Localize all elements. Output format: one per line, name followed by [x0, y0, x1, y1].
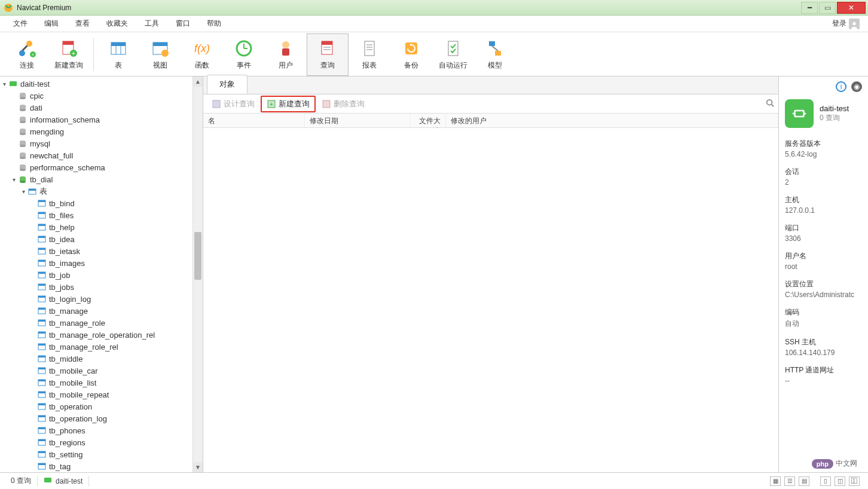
tree-table-tb_mobile_repeat[interactable]: tb_mobile_repeat — [0, 389, 192, 401]
toolbar-new-query-button[interactable]: +新建查询 — [48, 33, 90, 76]
sidebar-scrollbar[interactable]: ▲ ▼ — [192, 77, 203, 472]
toolbar-user-button[interactable]: 用户 — [265, 33, 307, 76]
svg-rect-65 — [38, 200, 45, 202]
info-会话: 会话2 — [785, 167, 862, 187]
toolbar-backup-button[interactable]: 备份 — [390, 33, 432, 76]
tree-db-mengding[interactable]: mengding — [0, 126, 192, 137]
menu-file[interactable]: 文件 — [5, 16, 36, 31]
tree-table-tb_login_log[interactable]: tb_login_log — [0, 293, 192, 305]
svg-rect-11 — [111, 42, 126, 46]
design-query-button[interactable]: 设计查询 — [207, 97, 259, 111]
tree-table-tb_job[interactable]: tb_job — [0, 269, 192, 281]
svg-rect-103 — [38, 427, 45, 429]
toolbar-new-query-label: 新建查询 — [54, 60, 83, 71]
tree-table-tb_manage_role_operation_rel[interactable]: tb_manage_role_operation_rel — [0, 329, 192, 341]
user-icon — [276, 39, 295, 58]
col-modified-user[interactable]: 修改的用户 — [446, 114, 778, 127]
toolbar-report-button[interactable]: 报表 — [349, 33, 390, 76]
tree-db-tb_dial[interactable]: ▾tb_dial — [0, 173, 192, 185]
tree-db-cpic[interactable]: cpic — [0, 90, 192, 102]
tree-table-tb_phones[interactable]: tb_phones — [0, 424, 192, 436]
tree-table-tb_manage_role_rel[interactable]: tb_manage_role_rel — [0, 341, 192, 353]
scroll-down-icon[interactable]: ▼ — [193, 462, 203, 472]
svg-rect-69 — [38, 224, 45, 226]
layout-3-icon[interactable]: ⿲ — [849, 476, 860, 486]
new-query-button[interactable]: + 新建查询 — [261, 96, 316, 112]
layout-1-icon[interactable]: ▯ — [820, 476, 831, 486]
view-list-icon[interactable]: ☰ — [784, 476, 795, 486]
toolbar-event-button[interactable]: 事件 — [223, 33, 265, 76]
close-button[interactable]: ✕ — [837, 2, 866, 14]
menu-window[interactable]: 窗口 — [167, 16, 198, 31]
tree-table-tb_tag[interactable]: tb_tag — [0, 460, 192, 472]
toolbar-model-button[interactable]: 模型 — [474, 33, 516, 76]
tree-tables-folder[interactable]: ▾表 — [0, 185, 192, 197]
scroll-thumb[interactable] — [194, 232, 201, 280]
col-modified-date[interactable]: 修改日期 — [305, 114, 410, 127]
view-grid-icon[interactable]: ▦ — [770, 476, 781, 486]
model-icon — [485, 39, 505, 58]
menu-view[interactable]: 查看 — [67, 16, 98, 31]
svg-rect-110 — [213, 100, 220, 108]
minimize-button[interactable]: ━ — [801, 2, 818, 14]
layout-2-icon[interactable]: ◫ — [835, 476, 845, 486]
search-icon[interactable] — [765, 99, 775, 109]
menu-help[interactable]: 帮助 — [198, 16, 230, 31]
tree-table-tb_manage[interactable]: tb_manage — [0, 305, 192, 317]
tree-table-tb_files[interactable]: tb_files — [0, 209, 192, 221]
scroll-up-icon[interactable]: ▲ — [193, 77, 203, 87]
tree-db-dati[interactable]: dati — [0, 102, 192, 114]
event-icon — [234, 39, 253, 58]
toolbar-table-button[interactable]: 表 — [97, 33, 139, 76]
svg-text:+: + — [72, 50, 75, 57]
tree-db-newchat_full[interactable]: newchat_full — [0, 149, 192, 161]
toolbar-auto-button[interactable]: 自动运行 — [432, 33, 474, 76]
info-connection-sub: 0 查询 — [820, 113, 849, 123]
tree-table-tb_help[interactable]: tb_help — [0, 221, 192, 233]
tree-table-tb_middle[interactable]: tb_middle — [0, 353, 192, 365]
svg-point-3 — [19, 50, 25, 56]
col-name[interactable]: 名 — [203, 114, 305, 127]
menu-favorites[interactable]: 收藏夹 — [98, 16, 136, 31]
tree-table-tb_mobile_list[interactable]: tb_mobile_list — [0, 377, 192, 389]
toolbar-query-button[interactable]: 查询 — [307, 33, 349, 76]
svg-line-115 — [772, 105, 774, 107]
svg-line-36 — [492, 46, 498, 51]
tree-table-tb_jobs[interactable]: tb_jobs — [0, 281, 192, 293]
info-icon[interactable]: i — [836, 81, 846, 92]
tree-table-tb_operation[interactable]: tb_operation — [0, 401, 192, 412]
connection-tree[interactable]: ▾daiti-testcpicdatiinformation_schemamen… — [0, 77, 192, 472]
svg-point-114 — [767, 100, 772, 105]
tree-table-tb_mobile_car[interactable]: tb_mobile_car — [0, 365, 192, 377]
tree-table-tb_idea[interactable]: tb_idea — [0, 233, 192, 245]
toolbar-connect-button[interactable]: +连接 — [6, 33, 48, 76]
eye-icon[interactable]: ◉ — [851, 81, 862, 92]
toolbar-function-button[interactable]: f(x)函数 — [181, 33, 223, 76]
menu-tools[interactable]: 工具 — [136, 16, 167, 31]
tree-table-tb_operation_log[interactable]: tb_operation_log — [0, 412, 192, 424]
tree-db-mysql[interactable]: mysql — [0, 137, 192, 149]
query-icon — [318, 39, 337, 58]
tree-table-tb_bind[interactable]: tb_bind — [0, 197, 192, 209]
tree-db-information_schema[interactable]: information_schema — [0, 114, 192, 126]
tree-connection[interactable]: ▾daiti-test — [0, 78, 192, 90]
svg-point-21 — [282, 41, 289, 48]
delete-icon — [322, 99, 331, 109]
toolbar-backup-label: 备份 — [404, 60, 418, 71]
tree-table-tb_setting[interactable]: tb_setting — [0, 448, 192, 460]
tab-objects[interactable]: 对象 — [207, 75, 247, 94]
col-file-size[interactable]: 文件大小 — [410, 114, 446, 127]
delete-query-button[interactable]: 删除查询 — [317, 97, 369, 111]
tree-table-tb_ietask[interactable]: tb_ietask — [0, 245, 192, 257]
tree-db-performance_schema[interactable]: performance_schema — [0, 161, 192, 173]
tree-table-tb_regions[interactable]: tb_regions — [0, 436, 192, 448]
login-link[interactable]: 登录 — [829, 17, 863, 30]
toolbar-view-button[interactable]: 视图 — [139, 33, 181, 76]
svg-rect-71 — [38, 236, 45, 238]
menu-edit[interactable]: 编辑 — [36, 16, 67, 31]
maximize-button[interactable]: ▭ — [819, 2, 836, 14]
svg-rect-15 — [153, 42, 167, 46]
tree-table-tb_manage_role[interactable]: tb_manage_role — [0, 317, 192, 329]
view-detail-icon[interactable]: ▤ — [799, 476, 809, 486]
tree-table-tb_images[interactable]: tb_images — [0, 257, 192, 269]
